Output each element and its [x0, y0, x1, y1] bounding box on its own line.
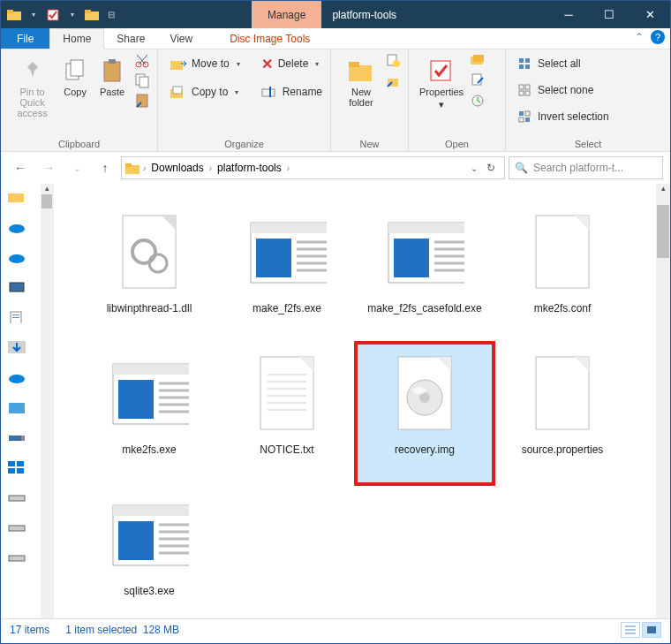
properties-icon[interactable] [45, 7, 61, 23]
tab-disc-image-tools[interactable]: Disc Image Tools [217, 28, 322, 49]
file-item[interactable]: NOTICE.txt [218, 343, 356, 484]
paste-label: Paste [100, 87, 124, 97]
collapse-ribbon-icon[interactable]: ⌃ [635, 31, 644, 43]
navigation-pane[interactable]: ▴ [1, 184, 54, 618]
history-icon[interactable] [471, 94, 485, 108]
content-scrollbar[interactable]: ▴ [656, 184, 670, 618]
breadcrumb-segment[interactable]: platform-tools [214, 162, 285, 174]
folder-icon[interactable] [8, 191, 26, 203]
tab-file[interactable]: File [1, 28, 49, 49]
open-icon[interactable] [471, 53, 485, 65]
tab-view[interactable]: View [157, 28, 205, 49]
svg-rect-93 [260, 357, 313, 429]
back-button[interactable]: ← [8, 155, 33, 180]
rename-button[interactable]: Rename [256, 81, 328, 102]
scrollbar-thumb[interactable] [41, 194, 52, 208]
pictures-icon[interactable] [8, 401, 26, 413]
file-item[interactable]: mke2fs.conf [494, 201, 631, 343]
svg-rect-14 [139, 77, 148, 87]
search-icon: 🔍 [515, 162, 528, 174]
svg-rect-1 [7, 10, 13, 13]
breadcrumb[interactable]: › Downloads › platform-tools › ⌄ ↻ [121, 156, 505, 179]
properties-icon [427, 57, 456, 85]
details-view-button[interactable] [621, 622, 640, 638]
qat-dropdown-icon[interactable]: ▾ [64, 7, 80, 23]
close-button[interactable]: ✕ [630, 1, 670, 28]
drive-icon[interactable] [8, 521, 26, 534]
drive-icon[interactable] [8, 431, 26, 443]
copy-to-button[interactable]: Copy to▾ [165, 81, 245, 102]
file-item[interactable]: make_f2fs.exe [218, 201, 356, 343]
drive-icon[interactable] [8, 371, 26, 383]
edit-icon[interactable] [471, 72, 485, 87]
quick-access-toolbar: ▾ ▾ ⊟ [1, 1, 119, 28]
help-icon[interactable]: ? [651, 30, 665, 44]
select-all-button[interactable]: Select all [513, 53, 614, 74]
onedrive-icon[interactable] [8, 251, 26, 263]
documents-icon[interactable] [8, 311, 26, 323]
maximize-button[interactable]: ☐ [589, 1, 630, 28]
windows-icon[interactable] [8, 461, 26, 474]
select-none-icon [518, 84, 532, 96]
drive-icon[interactable] [8, 551, 26, 564]
file-item[interactable]: recovery.img [356, 343, 494, 484]
up-button[interactable]: ↑ [93, 155, 117, 180]
select-none-button[interactable]: Select none [513, 80, 614, 101]
copy-icon [61, 57, 89, 85]
easy-access-icon[interactable] [386, 74, 400, 88]
copy-path-icon[interactable] [134, 72, 150, 88]
ribbon-group-clipboard: Pin to Quick access Copy Paste Clipboard [1, 49, 158, 151]
file-list[interactable]: libwinpthread-1.dllmake_f2fs.exemake_f2f… [54, 184, 656, 618]
file-item[interactable]: make_f2fs_casefold.exe [356, 201, 494, 343]
new-item-icon[interactable] [386, 53, 400, 67]
file-item[interactable]: libwinpthread-1.dll [80, 201, 218, 343]
refresh-icon[interactable]: ↻ [486, 162, 495, 174]
invert-selection-button[interactable]: Invert selection [513, 106, 614, 127]
file-item[interactable]: source.properties [494, 343, 631, 484]
folder-icon [84, 7, 100, 23]
qat-overflow-icon[interactable]: ⊟ [103, 7, 119, 23]
tab-share[interactable]: Share [104, 28, 157, 49]
forward-button[interactable]: → [36, 155, 61, 180]
file-label: mke2fs.exe [122, 443, 176, 457]
chevron-right-icon[interactable]: › [207, 163, 214, 173]
svg-rect-87 [118, 380, 154, 419]
this-pc-icon[interactable] [8, 281, 26, 293]
recent-locations-button[interactable]: ⌄ [64, 155, 89, 180]
ribbon: Pin to Quick access Copy Paste Clipboard… [1, 49, 670, 152]
svg-rect-18 [173, 87, 182, 94]
pin-to-quick-access-button[interactable]: Pin to Quick access [8, 53, 57, 118]
breadcrumb-segment[interactable]: Downloads [147, 162, 207, 174]
move-to-button[interactable]: Move to▾ [165, 53, 245, 74]
file-thumbnail-icon [247, 348, 327, 440]
new-folder-label: New folder [338, 87, 384, 108]
new-folder-button[interactable]: New folder [338, 53, 384, 108]
scrollbar-thumb[interactable] [657, 205, 669, 258]
qat-dropdown-icon[interactable]: ▾ [26, 7, 41, 23]
tab-home[interactable]: Home [49, 28, 104, 49]
svg-rect-86 [113, 364, 189, 375]
onedrive-icon[interactable] [8, 221, 26, 233]
file-item[interactable]: mke2fs.exe [80, 343, 218, 484]
delete-button[interactable]: ✕Delete▾ [256, 53, 328, 74]
search-input[interactable]: 🔍 Search platform-t... [509, 156, 663, 179]
properties-button[interactable]: Properties ▾ [416, 53, 467, 110]
copy-button[interactable]: Copy [57, 53, 94, 97]
chevron-right-icon[interactable]: › [285, 163, 291, 173]
chevron-right-icon[interactable]: › [141, 163, 147, 173]
paste-button[interactable]: Paste [94, 53, 131, 97]
icons-view-button[interactable] [642, 622, 661, 638]
svg-rect-29 [472, 74, 481, 85]
cut-icon[interactable] [134, 53, 150, 69]
nav-scrollbar[interactable]: ▴ [41, 184, 53, 618]
svg-rect-55 [9, 436, 21, 441]
group-label-new: New [338, 137, 401, 149]
file-item[interactable]: sqlite3.exe [80, 484, 218, 618]
downloads-icon[interactable] [8, 341, 26, 353]
paste-shortcut-icon[interactable] [134, 92, 150, 108]
minimize-button[interactable]: ─ [548, 1, 589, 28]
address-bar: ← → ⌄ ↑ › Downloads › platform-tools › ⌄… [1, 152, 670, 184]
drive-icon[interactable] [8, 491, 26, 504]
select-all-icon [518, 57, 532, 70]
dropdown-icon[interactable]: ⌄ [471, 163, 478, 173]
